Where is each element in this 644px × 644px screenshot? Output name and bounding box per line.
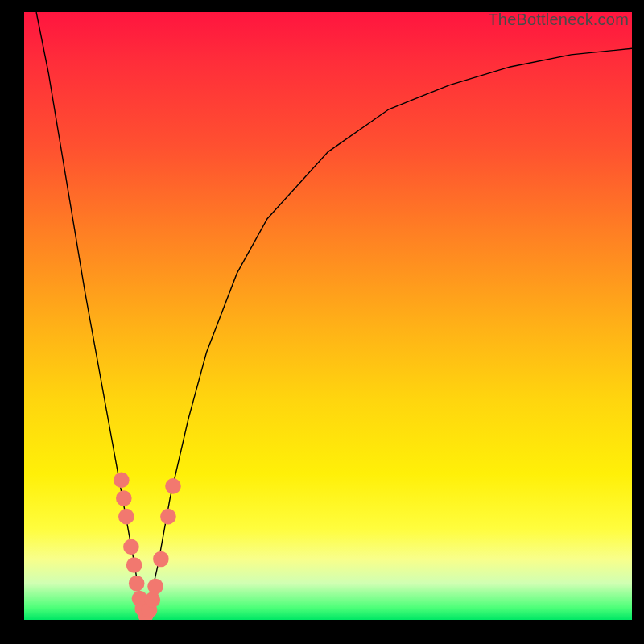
data-marker [153,551,169,568]
data-marker [116,490,132,506]
curve-curve-left [36,12,146,620]
data-marker [147,579,163,595]
curve-curve-right [146,48,632,620]
data-marker [114,473,130,489]
data-marker [144,592,160,608]
chart-svg [24,12,632,620]
data-marker [118,509,134,525]
chart-frame: TheBottleneck.com [0,0,644,644]
plot-area: TheBottleneck.com [24,12,632,620]
data-marker [126,557,142,573]
data-marker [129,576,145,592]
data-marker [123,539,139,555]
chart-curves [36,12,632,620]
data-marker [165,478,181,494]
data-marker [160,509,176,525]
